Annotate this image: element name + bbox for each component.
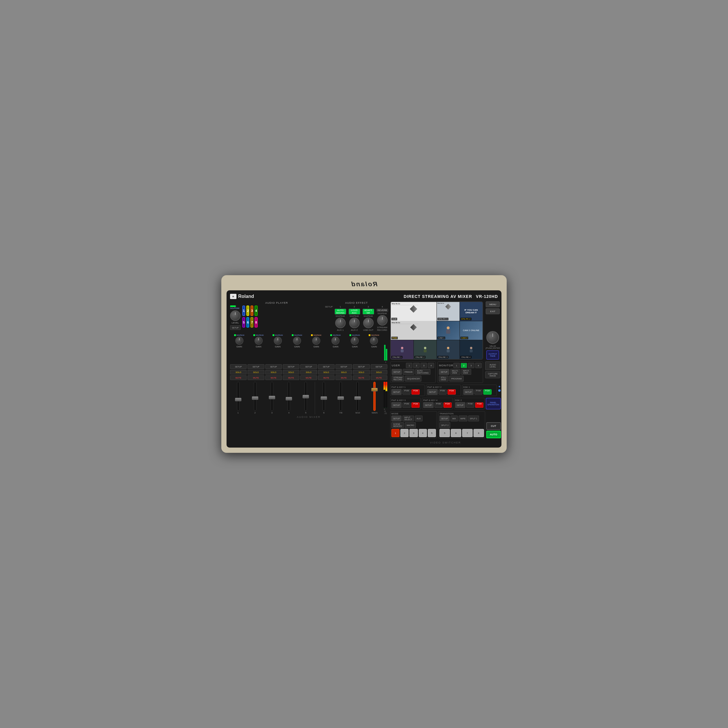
pinp4-setup-btn[interactable]: SETUP [423, 402, 433, 408]
multi-view-btn[interactable]: MULTI-VIEW [450, 369, 460, 375]
input-view-btn[interactable]: INPUT-VIEW [461, 369, 471, 375]
mix-btn[interactable]: MIX [451, 416, 457, 421]
pad-7[interactable]: 7 [251, 317, 253, 327]
mute-btn-7[interactable]: MUTE [335, 375, 352, 380]
solo-btn-8[interactable]: SOLO [353, 370, 370, 375]
mode-bus-5[interactable]: 5 [428, 429, 436, 437]
audio-level-btn[interactable]: AUDIOLEVEL [485, 361, 500, 370]
setup-btn-2[interactable]: SETUP [248, 364, 264, 369]
loudness-btn[interactable]: LOUDAGC [349, 309, 360, 315]
pinp2-pvw-btn[interactable]: PVW [439, 389, 447, 395]
dsk2-setup-btn[interactable]: SETUP [455, 402, 465, 408]
pinp4-pgm-btn[interactable]: PGM [444, 402, 452, 408]
user-num-4[interactable]: 4 [428, 363, 434, 368]
monitor-num-2[interactable]: 2 [461, 363, 467, 368]
monitor-num-4[interactable]: 4 [475, 363, 482, 368]
macro-btn[interactable]: MACRO [405, 422, 416, 428]
menu-btn[interactable]: MENU [486, 301, 500, 307]
monitor-num-1[interactable]: 1 [453, 363, 460, 368]
scene-memory-btn[interactable]: SCENEMEMORY [392, 422, 404, 428]
gain-knob-6[interactable] [331, 336, 340, 345]
pinp1-pgm-btn[interactable]: PGM [411, 389, 420, 395]
stream-record-knob[interactable] [377, 315, 388, 326]
mute-btn-1[interactable]: MUTE [230, 375, 247, 380]
gain-knob-2[interactable] [254, 336, 263, 345]
dsk2-pvw-btn[interactable]: PVW [466, 402, 474, 408]
auto-btn[interactable]: AUTO [486, 431, 501, 438]
pinp3-setup-btn[interactable]: SETUP [392, 402, 402, 408]
solo-btn-4[interactable]: SOLO [283, 370, 299, 375]
solo-btn-1[interactable]: SOLO [230, 370, 247, 375]
fader-2-thumb[interactable] [252, 396, 258, 400]
auto-switching-btn[interactable]: AUTOSWITCHING [415, 369, 430, 375]
mute-btn-2[interactable]: MUTE [248, 375, 264, 380]
fader-main-thumb[interactable] [371, 388, 378, 392]
split1-btn[interactable]: SPLIT 1 [468, 416, 479, 421]
fader-78-thumb[interactable] [338, 396, 344, 400]
mute-btn-9[interactable]: MUTE [371, 375, 387, 380]
usb-out-knob[interactable] [363, 318, 374, 328]
dsk1-setup-btn[interactable]: SETUP [463, 389, 474, 395]
solo-btn-9[interactable]: SOLO [371, 370, 387, 375]
reverb-btn[interactable]: REVERB [376, 309, 388, 312]
mode-setup-btn[interactable]: SETUP [392, 416, 402, 421]
trans-setup-btn[interactable]: SETUP [439, 416, 450, 421]
mode-bus-4[interactable]: 4 [419, 429, 427, 437]
setup-btn-3[interactable]: SETUP [265, 364, 282, 369]
dsk1-pvw-btn[interactable]: PVW [474, 389, 483, 395]
input-select-btn[interactable]: INPUTSELECT [402, 416, 414, 421]
pinp2-pgm-btn[interactable]: PGM [448, 389, 456, 395]
setup-btn-7[interactable]: SETUP [335, 364, 352, 369]
pad-6[interactable]: 6 [246, 317, 249, 327]
setup-btn-5[interactable]: SETUP [300, 364, 317, 369]
mute-btn-5[interactable]: MUTE [300, 375, 317, 380]
dsk1-pgm-btn[interactable]: PGM [483, 389, 491, 395]
fader-4-thumb[interactable] [286, 397, 292, 401]
setup-btn-6[interactable]: SETUP [318, 364, 335, 369]
pinp3-pgm-btn[interactable]: PGM [411, 402, 420, 408]
fader-3-thumb[interactable] [269, 396, 275, 399]
mode-bus-3[interactable]: 3 [410, 429, 418, 437]
trans-bus-5[interactable]: 5 [439, 429, 450, 437]
setup-btn-9[interactable]: SETUP [371, 364, 387, 369]
user-num-3[interactable]: 3 [421, 363, 427, 368]
monitor-setup-btn[interactable]: SETUP [439, 369, 449, 375]
split2-btn[interactable]: SPLIT 2 [439, 422, 450, 428]
exit-btn[interactable]: EXIT [486, 308, 500, 314]
trans-bus-8[interactable]: 8 [474, 429, 484, 437]
user-setup-btn[interactable]: SETUP [392, 369, 402, 375]
fader-910-thumb[interactable] [354, 396, 361, 400]
auto-mixing-btn[interactable]: AUTOMIXING [335, 309, 346, 315]
freeze-btn[interactable]: FREEZE [403, 369, 414, 375]
still-view-btn[interactable]: STILL-VIEW [439, 376, 448, 381]
wipe-btn[interactable]: WIPE [459, 416, 467, 421]
solo-btn-5[interactable]: SOLO [300, 370, 317, 375]
stream-record-btn[interactable]: STREAM/RECORD [392, 376, 404, 381]
fader-5-thumb[interactable] [303, 395, 309, 398]
adaptive-nr-btn[interactable]: ADAPTNR [362, 309, 374, 315]
aux1-knob[interactable] [335, 318, 346, 328]
pad-2[interactable]: 2 [246, 306, 249, 316]
mute-btn-6[interactable]: MUTE [318, 375, 335, 380]
solo-btn-7[interactable]: SOLO [335, 370, 352, 375]
gain-knob-1[interactable] [235, 336, 243, 345]
user-num-1[interactable]: 1 [406, 363, 412, 368]
monitor-num-3[interactable]: 3 [468, 363, 474, 368]
audio-setup-btn[interactable]: SETUP [230, 325, 240, 330]
cut-btn[interactable]: CUT [486, 422, 501, 430]
pad-3[interactable]: 3 [251, 306, 253, 316]
setup-btn-8[interactable]: SETUP [353, 364, 370, 369]
dsk2-pgm-btn[interactable]: PGM [475, 402, 483, 408]
level-knob[interactable] [230, 310, 240, 321]
user-num-2[interactable]: 2 [413, 363, 420, 368]
pinp2-setup-btn[interactable]: SETUP [427, 389, 437, 395]
pad-1[interactable]: 1 [242, 306, 245, 316]
value-encoder[interactable] [486, 331, 499, 344]
fader-6-thumb[interactable] [321, 396, 327, 400]
output-fade-btn[interactable]: OUTPUT FADE [486, 350, 499, 359]
gain-knob-4[interactable] [293, 336, 301, 345]
mode-bus-2[interactable]: 2 [401, 429, 408, 437]
pinp1-setup-btn[interactable]: SETUP [392, 389, 402, 395]
mode-bus-1[interactable]: 1 [392, 429, 399, 437]
pinp4-pvw-btn[interactable]: PVW [434, 402, 443, 408]
